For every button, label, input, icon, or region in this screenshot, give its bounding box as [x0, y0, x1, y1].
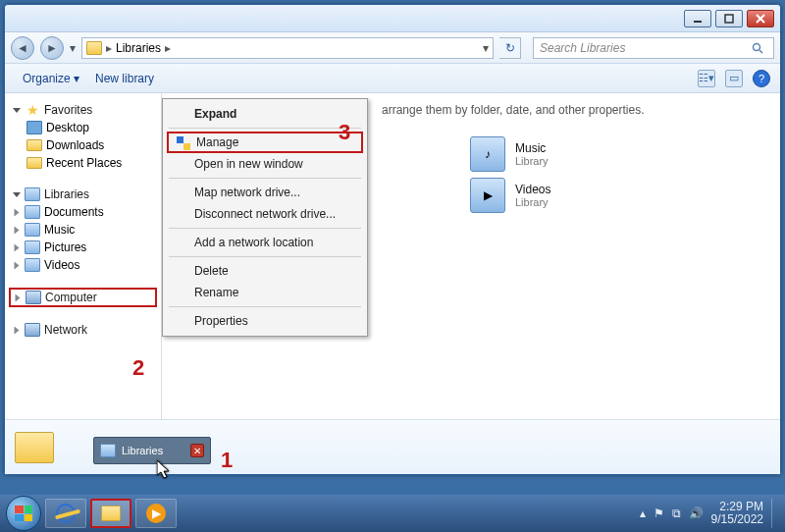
ctx-map-drive[interactable]: Map network drive...: [165, 182, 365, 203]
preview-pane-button[interactable]: ▭: [725, 70, 743, 87]
tree-item-documents[interactable]: Documents: [9, 203, 157, 221]
windows-logo-icon: [15, 505, 32, 521]
libraries-icon: [25, 187, 40, 201]
close-button[interactable]: [747, 10, 774, 27]
volume-icon[interactable]: 🔊: [689, 506, 704, 520]
taskbar-media-player[interactable]: ▶: [135, 499, 177, 528]
ctx-expand[interactable]: Expand: [165, 103, 365, 125]
ctx-disconnect-drive[interactable]: Disconnect network drive...: [165, 203, 365, 225]
folder-icon: [26, 139, 42, 151]
network-tray-icon[interactable]: ⧉: [672, 506, 681, 520]
explorer-body: ★Favorites Desktop Downloads Recent Plac…: [5, 93, 780, 419]
toolbar: Organize ▾ New library ☷▾ ▭ ?: [5, 64, 780, 93]
organize-menu[interactable]: Organize ▾: [15, 68, 87, 89]
taskbar-ie[interactable]: [45, 499, 86, 528]
minimize-button[interactable]: [684, 10, 711, 27]
view-options-button[interactable]: ☷▾: [698, 70, 715, 87]
tree-item-music[interactable]: Music: [9, 221, 157, 239]
help-button[interactable]: ?: [753, 70, 770, 87]
favorites-header[interactable]: ★Favorites: [9, 101, 157, 119]
refresh-button[interactable]: ↻: [499, 37, 521, 59]
svg-point-4: [754, 43, 760, 50]
chevron-right-icon[interactable]: ▸: [106, 41, 112, 55]
music-icon: ♪: [470, 136, 505, 172]
document-icon: [25, 205, 40, 219]
svg-rect-1: [725, 15, 733, 23]
svg-marker-6: [157, 460, 169, 478]
ctx-open-new-window[interactable]: Open in new window: [165, 153, 365, 175]
tree-item-computer[interactable]: Computer: [9, 288, 157, 307]
context-menu: Expand Manage Open in new window Map net…: [162, 98, 368, 337]
svg-line-5: [759, 50, 762, 53]
folder-icon: [26, 157, 42, 169]
show-desktop-button[interactable]: [771, 499, 779, 528]
ctx-add-network-location[interactable]: Add a network location: [165, 232, 365, 253]
taskbar-explorer[interactable]: [90, 499, 131, 528]
folder-icon: [15, 432, 54, 463]
ctx-delete[interactable]: Delete: [165, 260, 365, 282]
cursor-icon: [157, 460, 173, 483]
show-hidden-icons-button[interactable]: ▴: [640, 506, 646, 520]
address-bar[interactable]: ▸ Libraries ▸ ▾: [81, 37, 494, 59]
library-tile-music[interactable]: ♪ MusicLibrary: [470, 136, 766, 172]
network-icon: [25, 323, 40, 337]
computer-icon: [26, 291, 41, 304]
tree-item-downloads[interactable]: Downloads: [9, 136, 157, 154]
search-icon: [752, 42, 763, 54]
ie-icon: [56, 504, 76, 523]
tree-item-network[interactable]: Network: [9, 321, 157, 339]
explorer-window: ◄ ► ▾ ▸ Libraries ▸ ▾ ↻ Search Libraries…: [4, 4, 781, 475]
maximize-button[interactable]: [715, 10, 743, 27]
videos-icon: [25, 258, 40, 272]
shield-icon: [177, 136, 190, 150]
start-button[interactable]: [6, 496, 41, 531]
folder-icon: [86, 41, 102, 55]
close-preview-button[interactable]: ✕: [190, 444, 204, 457]
details-pane: Libraries ✕: [5, 419, 780, 474]
play-icon: ▶: [146, 504, 166, 523]
taskbar: ▶ ▴ ⚑ ⧉ 🔊 2:29 PM9/15/2022: [0, 495, 785, 532]
navbar: ◄ ► ▾ ▸ Libraries ▸ ▾ ↻ Search Libraries: [5, 32, 780, 64]
chevron-right-icon[interactable]: ▸: [165, 41, 171, 55]
ctx-manage[interactable]: Manage: [167, 132, 363, 153]
pictures-icon: [25, 240, 40, 254]
search-placeholder: Search Libraries: [540, 41, 625, 55]
taskbar-preview-thumb[interactable]: Libraries ✕: [93, 437, 211, 464]
flag-icon[interactable]: ⚑: [654, 506, 664, 520]
libraries-header[interactable]: Libraries: [9, 186, 157, 203]
breadcrumb-segment[interactable]: Libraries: [116, 41, 161, 55]
tree-item-pictures[interactable]: Pictures: [9, 239, 157, 256]
tree-item-recent-places[interactable]: Recent Places: [9, 154, 157, 172]
ctx-properties[interactable]: Properties: [165, 310, 365, 332]
videos-icon: ▶: [470, 178, 505, 213]
libraries-icon: [100, 444, 116, 457]
content-hint: arrange them by folder, date, and other …: [382, 103, 766, 117]
folder-icon: [101, 505, 121, 521]
forward-button[interactable]: ►: [40, 36, 64, 60]
recent-dropdown-icon[interactable]: ▾: [70, 41, 76, 55]
tree-item-videos[interactable]: Videos: [9, 256, 157, 274]
callout-2: 2: [132, 355, 144, 381]
clock[interactable]: 2:29 PM9/15/2022: [711, 501, 763, 526]
music-icon: [25, 223, 40, 237]
back-button[interactable]: ◄: [11, 36, 34, 60]
system-tray: ▴ ⚑ ⧉ 🔊 2:29 PM9/15/2022: [640, 499, 779, 528]
desktop-icon: [26, 121, 42, 134]
chevron-down-icon[interactable]: ▾: [483, 41, 489, 55]
ctx-rename[interactable]: Rename: [165, 282, 365, 303]
titlebar: [5, 5, 780, 32]
callout-3: 3: [339, 120, 350, 145]
search-input[interactable]: Search Libraries: [533, 37, 774, 59]
library-tile-videos[interactable]: ▶ VideosLibrary: [470, 178, 766, 213]
star-icon: ★: [25, 103, 40, 117]
new-library-button[interactable]: New library: [87, 68, 162, 89]
callout-1: 1: [221, 448, 233, 473]
tree-item-desktop[interactable]: Desktop: [9, 119, 157, 136]
